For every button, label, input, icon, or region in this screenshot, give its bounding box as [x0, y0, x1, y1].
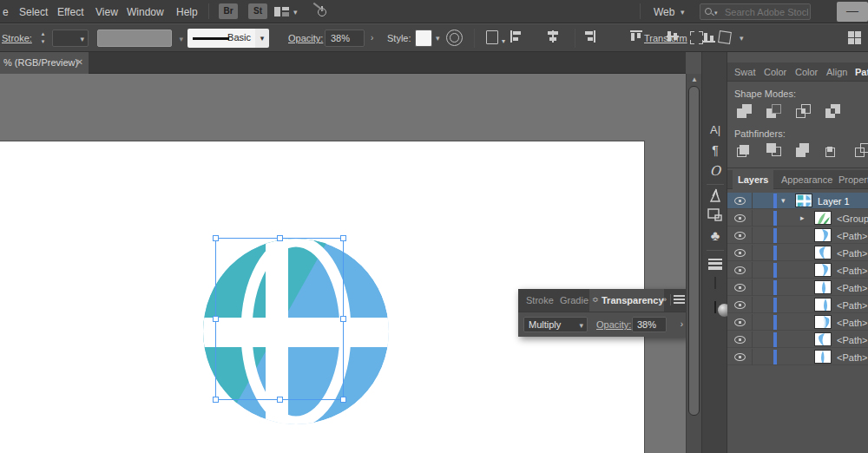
- layer-thumbnail[interactable]: [814, 280, 832, 294]
- layer-label[interactable]: <Path>: [837, 248, 867, 259]
- selection-handle[interactable]: [213, 316, 219, 322]
- free-transform-icon[interactable]: [690, 31, 703, 44]
- menu-item-fragment[interactable]: e: [3, 6, 9, 18]
- layer-row-path[interactable]: <Path>: [727, 227, 868, 244]
- menu-item-view[interactable]: View: [95, 6, 118, 18]
- minus-front-button[interactable]: [764, 102, 786, 121]
- visibility-eye-icon[interactable]: [734, 266, 746, 274]
- selection-handle[interactable]: [213, 235, 219, 241]
- layer-label[interactable]: <Path>: [837, 318, 867, 328]
- close-icon[interactable]: ✕: [76, 57, 83, 67]
- stroke-panel-icon[interactable]: [702, 257, 728, 272]
- opentype-panel-icon[interactable]: O: [702, 163, 728, 179]
- tab-color-guide[interactable]: Color: [795, 67, 818, 77]
- visibility-eye-icon[interactable]: [734, 353, 746, 361]
- layer-label[interactable]: <Path>: [837, 283, 867, 293]
- selection-handle[interactable]: [340, 235, 346, 241]
- unite-button[interactable]: [734, 102, 757, 121]
- panel-grid-icon[interactable]: [848, 31, 861, 44]
- layer-row-path[interactable]: <Path>: [727, 349, 868, 365]
- share-icon[interactable]: [312, 5, 326, 17]
- selection-handle[interactable]: [340, 316, 346, 322]
- merge-button[interactable]: [793, 141, 816, 161]
- exclude-button[interactable]: [823, 102, 845, 121]
- layer-label[interactable]: <Group>: [837, 213, 868, 224]
- stock-button[interactable]: St: [248, 3, 267, 19]
- layer-label[interactable]: Layer 1: [818, 196, 850, 207]
- selection-handle[interactable]: [340, 397, 346, 403]
- tab-transparency[interactable]: ≎ Transparency: [589, 289, 664, 312]
- chevron-right-icon[interactable]: ›: [371, 33, 373, 43]
- intersect-button[interactable]: [793, 102, 816, 121]
- chevron-right-icon[interactable]: ›: [681, 319, 683, 329]
- divide-button[interactable]: [734, 141, 757, 161]
- tab-appearance[interactable]: Appearance: [781, 174, 832, 185]
- layer-label[interactable]: <Path>: [837, 300, 867, 311]
- character-panel-icon[interactable]: A|: [702, 123, 728, 136]
- bridge-button[interactable]: Br: [219, 3, 238, 19]
- shape-options-icon[interactable]: [718, 30, 732, 44]
- layer-label[interactable]: <Path>: [837, 335, 867, 345]
- tab-swatches[interactable]: Swat: [734, 67, 755, 77]
- layer-thumbnail[interactable]: [814, 263, 832, 277]
- document-tab[interactable]: % (RGB/Preview) ✕: [0, 52, 89, 74]
- workspace-switcher[interactable]: Web: [654, 6, 674, 18]
- crop-button[interactable]: [823, 141, 845, 161]
- layer-thumbnail[interactable]: [814, 246, 832, 259]
- opacity-field[interactable]: 38%: [632, 317, 667, 332]
- layer-label[interactable]: <Path>: [837, 352, 867, 363]
- visibility-eye-icon[interactable]: [734, 336, 746, 344]
- visibility-eye-icon[interactable]: [734, 197, 746, 205]
- menu-item-effect[interactable]: Effect: [57, 6, 83, 18]
- gradient-panel-icon-wrap[interactable]: [702, 278, 728, 288]
- visibility-eye-icon[interactable]: [734, 284, 746, 292]
- chevron-down-icon[interactable]: ▾: [293, 8, 298, 16]
- layer-thumbnail[interactable]: [814, 228, 832, 242]
- blend-mode-dropdown[interactable]: Multiply ▾: [523, 317, 588, 332]
- layer-row-path[interactable]: <Path>: [727, 332, 868, 348]
- tab-color[interactable]: Color: [764, 67, 786, 77]
- search-input[interactable]: [725, 4, 808, 19]
- tab-align[interactable]: Align: [826, 67, 847, 77]
- align-left-icon[interactable]: [510, 30, 523, 43]
- tab-stroke[interactable]: Stroke: [526, 295, 554, 305]
- minimize-button[interactable]: —: [837, 2, 868, 22]
- layer-row-path[interactable]: <Path>: [727, 297, 868, 313]
- visibility-eye-icon[interactable]: [734, 249, 746, 257]
- visibility-eye-icon[interactable]: [734, 232, 746, 240]
- align-center-icon[interactable]: [547, 30, 560, 43]
- layer-thumbnail[interactable]: [814, 298, 832, 312]
- layer-thumbnail[interactable]: [814, 332, 832, 346]
- selection-handle[interactable]: [213, 397, 219, 403]
- selection-handle[interactable]: [277, 235, 283, 241]
- brush-definition-dropdown[interactable]: Basic: [187, 29, 255, 48]
- layer-label[interactable]: <Path>: [837, 231, 867, 241]
- tab-properties[interactable]: Propertie: [838, 174, 868, 185]
- panel-menu-icon[interactable]: [674, 295, 685, 305]
- trim-button[interactable]: [764, 141, 786, 161]
- layer-row-path[interactable]: <Path>: [727, 262, 868, 279]
- layer-thumbnail[interactable]: [814, 315, 832, 329]
- scrollbar-thumb[interactable]: [688, 86, 700, 416]
- brushes-panel-icon[interactable]: [702, 187, 728, 205]
- selection-bounding-box[interactable]: [215, 238, 344, 400]
- tab-gradient[interactable]: Gradie: [560, 295, 589, 305]
- graphic-styles-panel-icon[interactable]: ♣: [702, 228, 728, 244]
- opacity-label[interactable]: Opacity:: [288, 33, 323, 43]
- stroke-width-dropdown[interactable]: ▾: [52, 30, 89, 47]
- layer-row-layer1[interactable]: ▾ Layer 1: [727, 193, 868, 209]
- search-field[interactable]: ▾: [700, 3, 811, 20]
- chevron-down-icon[interactable]: ▾: [255, 29, 269, 48]
- layer-row-path[interactable]: <Path>: [727, 245, 868, 261]
- visibility-eye-icon[interactable]: [734, 214, 746, 222]
- selection-handle[interactable]: [277, 397, 283, 403]
- paragraph-panel-icon[interactable]: ¶: [702, 143, 728, 157]
- menu-item-help[interactable]: Help: [176, 6, 198, 18]
- visibility-eye-icon[interactable]: [734, 318, 746, 326]
- stroke-label[interactable]: Stroke:: [2, 33, 32, 43]
- layer-label[interactable]: <Path>: [837, 266, 867, 276]
- tab-pathfinder[interactable]: Path: [855, 67, 868, 77]
- chevron-right-icon[interactable]: ▸: [800, 213, 805, 222]
- width-profile-dropdown[interactable]: ▾: [97, 30, 172, 47]
- transform-label[interactable]: Transform: [644, 33, 687, 43]
